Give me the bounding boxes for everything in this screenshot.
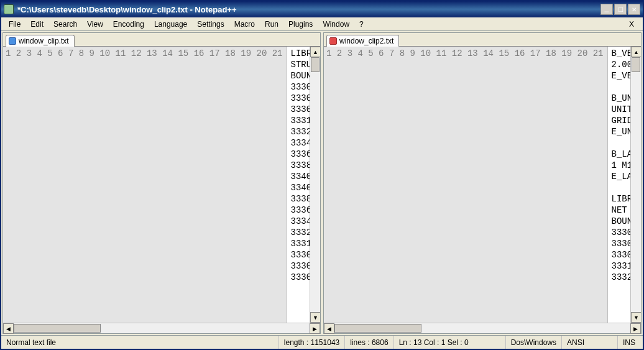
minimize-button[interactable]: ＿ [600,4,613,15]
scroll-right-icon[interactable]: ▶ [630,323,641,334]
scroll-down-icon[interactable]: ▼ [631,312,641,323]
menu-[interactable]: ? [354,19,369,30]
status-bar: Normal text file length : 1151043 lines … [1,335,643,349]
scroll-right-icon[interactable]: ▶ [310,323,320,334]
file-tab[interactable]: window_clip2.txt [326,35,399,47]
title-bar: *C:\Users\stevedb\Desktop\window_clip2.t… [1,1,643,17]
scroll-left-icon[interactable]: ◀ [324,323,334,334]
status-position: Ln : 13 Col : 1 Sel : 0 [394,336,506,349]
close-button[interactable]: ✕ [628,4,640,15]
status-length: length : 1151043 [279,336,345,349]
tab-strip: window_clip2.txt [324,33,641,47]
line-number-gutter: 1 2 3 4 5 6 7 8 9 10 11 12 13 14 15 16 1… [324,47,608,323]
menu-run[interactable]: Run [260,19,283,30]
workspace: window_clip.txt1 2 3 4 5 6 7 8 9 10 11 1… [1,31,643,335]
scroll-thumb[interactable] [632,57,640,72]
menu-macro[interactable]: Macro [229,19,260,30]
menu-file[interactable]: File [4,19,25,30]
status-ins: INS [618,336,643,349]
file-save-state-icon [9,37,16,45]
tab-strip: window_clip.txt [3,33,320,47]
editor-pane-1: window_clip2.txt1 2 3 4 5 6 7 8 9 10 11 … [323,32,642,334]
scroll-track[interactable] [334,323,630,333]
vertical-scrollbar[interactable]: ▲▼ [630,47,641,323]
editor-area[interactable]: 1 2 3 4 5 6 7 8 9 10 11 12 13 14 15 16 1… [324,47,641,323]
menu-settings[interactable]: Settings [192,19,229,30]
horizontal-scrollbar[interactable]: ◀▶ [3,323,320,333]
scroll-thumb[interactable] [14,324,101,333]
menu-language[interactable]: Language [149,19,192,30]
scroll-down-icon[interactable]: ▼ [310,312,320,323]
window-title: *C:\Users\stevedb\Desktop\window_clip2.t… [17,5,600,14]
window-buttons: ＿ ☐ ✕ [600,4,640,15]
code-content[interactable]: LIBRARY WIN_CLIP unit:MM grid:100000 STR… [287,47,310,323]
menu-bar: FileEditSearchViewEncodingLanguageSettin… [1,17,643,31]
menu-view[interactable]: View [82,19,108,30]
file-tab[interactable]: window_clip.txt [6,35,75,47]
menu-encoding[interactable]: Encoding [108,19,149,30]
menu-plugins[interactable]: Plugins [283,19,318,30]
scroll-track[interactable] [631,57,641,312]
scroll-track[interactable] [310,57,320,312]
status-encoding: ANSI [562,336,618,349]
file-tab-label: window_clip.txt [19,37,69,45]
menu-window[interactable]: Window [318,19,354,30]
status-lines: lines : 6806 [345,336,393,349]
status-filetype: Normal text file [1,336,279,349]
editor-pane-0: window_clip.txt1 2 3 4 5 6 7 8 9 10 11 1… [2,32,321,334]
menu-edit[interactable]: Edit [25,19,48,30]
app-icon [4,4,14,14]
scroll-track[interactable] [14,323,310,333]
file-tab-label: window_clip2.txt [339,37,393,45]
file-save-state-icon [329,37,337,45]
maximize-button[interactable]: ☐ [614,4,627,15]
scroll-up-icon[interactable]: ▲ [310,47,320,57]
horizontal-scrollbar[interactable]: ◀▶ [324,323,641,333]
scroll-up-icon[interactable]: ▲ [631,47,641,57]
menu-close-doc[interactable]: X [623,19,640,30]
scroll-thumb[interactable] [311,57,320,72]
status-eol: Dos\Windows [506,336,562,349]
vertical-scrollbar[interactable]: ▲▼ [310,47,320,323]
code-content[interactable]: B_VERSION 2.00 E_VERSION B_UNITS UNITS M… [608,47,630,323]
scroll-left-icon[interactable]: ◀ [3,323,14,334]
menu-search[interactable]: Search [48,19,82,30]
line-number-gutter: 1 2 3 4 5 6 7 8 9 10 11 12 13 14 15 16 1… [3,47,287,323]
editor-area[interactable]: 1 2 3 4 5 6 7 8 9 10 11 12 13 14 15 16 1… [3,47,320,323]
scroll-thumb[interactable] [334,324,421,333]
